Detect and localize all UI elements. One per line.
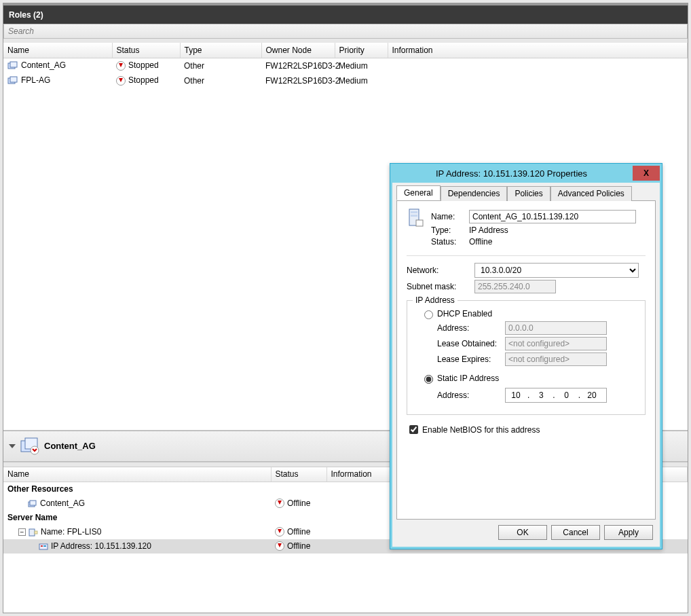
role-status: Stopped bbox=[128, 75, 159, 85]
role-row[interactable]: Content_AG Stopped Other FW12R2LSP16D3-2… bbox=[3, 58, 688, 73]
properties-dialog: IP Address: 10.151.139.120 Properties X … bbox=[390, 163, 662, 549]
dcol-name[interactable]: Name bbox=[3, 467, 271, 482]
lbl-lease-obt: Lease Obtained: bbox=[437, 339, 505, 348]
svg-rect-17 bbox=[416, 220, 423, 226]
lbl-name: Name: bbox=[431, 212, 469, 221]
ok-button[interactable]: OK bbox=[498, 525, 547, 540]
role-type: Other bbox=[180, 73, 261, 88]
svg-rect-1 bbox=[10, 62, 17, 67]
tab-advanced-policies[interactable]: Advanced Policies bbox=[550, 186, 632, 201]
dcol-status[interactable]: Status bbox=[271, 467, 326, 482]
lbl-netbios: Enable NetBIOS for this address bbox=[422, 425, 540, 435]
ip-icon bbox=[39, 543, 48, 551]
offline-icon bbox=[275, 499, 284, 508]
svg-rect-15 bbox=[411, 211, 417, 213]
offline-icon bbox=[275, 527, 284, 537]
subnet-input bbox=[474, 280, 556, 293]
ip-octet-4[interactable] bbox=[582, 390, 602, 401]
role-row[interactable]: FPL-AG Stopped Other FW12R2LSP16D3-2 Med… bbox=[3, 73, 688, 88]
collapse-icon[interactable]: − bbox=[18, 528, 26, 536]
offline-icon bbox=[275, 541, 284, 551]
role-name: Content_AG bbox=[21, 60, 66, 70]
role-status: Stopped bbox=[128, 60, 159, 70]
col-owner[interactable]: Owner Node bbox=[261, 43, 335, 58]
lbl-lease-exp: Lease Expires: bbox=[437, 355, 505, 364]
server-icon bbox=[29, 528, 38, 537]
name-input[interactable] bbox=[469, 210, 636, 223]
svg-rect-8 bbox=[30, 501, 36, 505]
col-priority[interactable]: Priority bbox=[335, 43, 388, 58]
col-info[interactable]: Information bbox=[388, 43, 688, 58]
val-type: IP Address bbox=[469, 225, 508, 235]
dhcp-address-input bbox=[505, 321, 607, 335]
role-large-icon bbox=[20, 437, 40, 456]
role-owner: FW12R2LSP16D3-2 bbox=[261, 58, 335, 73]
lease-obt-input bbox=[505, 337, 607, 350]
svg-rect-10 bbox=[35, 531, 37, 534]
apply-button[interactable]: Apply bbox=[604, 525, 653, 540]
lbl-subnet: Subnet mask: bbox=[407, 282, 474, 291]
ip-octet-3[interactable] bbox=[557, 390, 577, 401]
tab-dependencies[interactable]: Dependencies bbox=[441, 186, 508, 201]
lbl-static-address: Address: bbox=[437, 391, 505, 400]
role-type: Other bbox=[180, 58, 261, 73]
resource-status: Offline bbox=[287, 499, 310, 508]
lease-exp-input bbox=[505, 352, 607, 366]
network-combo[interactable]: 10.3.0.0/20 bbox=[474, 263, 639, 278]
val-status: Offline bbox=[469, 237, 492, 247]
resource-status: Offline bbox=[287, 541, 310, 551]
role-info bbox=[388, 58, 688, 73]
role-icon bbox=[7, 76, 18, 86]
group-ip-address: IP Address bbox=[413, 295, 457, 305]
role-info bbox=[388, 73, 688, 88]
resource-name: IP Address: 10.151.139.120 bbox=[51, 541, 151, 551]
svg-rect-16 bbox=[411, 215, 417, 217]
role-owner: FW12R2LSP16D3-2 bbox=[261, 73, 335, 88]
lbl-type: Type: bbox=[431, 225, 469, 235]
col-name[interactable]: Name bbox=[3, 43, 112, 58]
panel-title: Roles (2) bbox=[3, 6, 688, 24]
role-priority: Medium bbox=[335, 58, 388, 73]
lbl-status: Status: bbox=[431, 237, 469, 247]
role-icon bbox=[7, 61, 18, 71]
close-button[interactable]: X bbox=[633, 166, 660, 181]
svg-rect-13 bbox=[43, 545, 46, 547]
resource-name: Content_AG bbox=[40, 499, 85, 508]
svg-rect-12 bbox=[41, 545, 43, 547]
resource-status: Offline bbox=[287, 527, 310, 537]
cancel-button[interactable]: Cancel bbox=[551, 525, 600, 540]
svg-rect-9 bbox=[29, 529, 35, 536]
radio-dhcp[interactable] bbox=[424, 310, 433, 319]
lbl-static: Static IP Address bbox=[437, 374, 499, 383]
detail-title: Content_AG bbox=[44, 441, 96, 451]
role-priority: Medium bbox=[335, 73, 388, 88]
dialog-title: IP Address: 10.151.139.120 Properties bbox=[390, 168, 633, 179]
ip-octet-1[interactable] bbox=[506, 390, 526, 401]
tab-general[interactable]: General bbox=[396, 185, 441, 200]
static-ip-input[interactable]: . . . bbox=[505, 388, 607, 403]
lbl-network: Network: bbox=[407, 266, 474, 275]
col-status[interactable]: Status bbox=[112, 43, 180, 58]
tab-policies[interactable]: Policies bbox=[507, 186, 550, 201]
stopped-icon bbox=[116, 61, 126, 71]
search-input[interactable] bbox=[4, 24, 687, 38]
radio-static[interactable] bbox=[424, 375, 433, 384]
resource-icon bbox=[28, 500, 37, 508]
chevron-down-icon bbox=[9, 444, 16, 448]
col-type[interactable]: Type bbox=[180, 43, 261, 58]
role-name: FPL-AG bbox=[21, 75, 50, 85]
stopped-icon bbox=[116, 76, 126, 86]
server-large-icon bbox=[407, 208, 424, 228]
ip-octet-2[interactable] bbox=[531, 390, 551, 401]
lbl-dhcp-address: Address: bbox=[437, 323, 505, 333]
netbios-checkbox[interactable] bbox=[409, 425, 418, 434]
lbl-dhcp: DHCP Enabled bbox=[437, 309, 492, 319]
resource-name: Name: FPL-LIS0 bbox=[41, 527, 101, 537]
svg-rect-3 bbox=[10, 77, 17, 82]
